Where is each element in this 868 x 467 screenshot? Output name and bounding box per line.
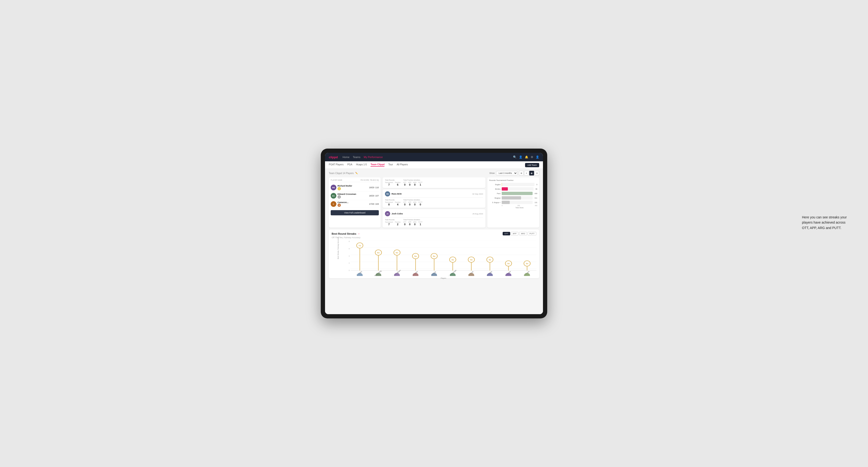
leaderboard-row[interactable]: EC Edward Crossman 2 18/20 107 bbox=[331, 192, 379, 200]
pb-score: 19/20 bbox=[369, 186, 374, 189]
y-axis-label: Best Streak, Fairway Accuracy bbox=[337, 237, 339, 259]
rank-badge: 2 bbox=[338, 195, 341, 198]
nav-teams[interactable]: Teams bbox=[353, 156, 361, 158]
bar-label-bogeys: Bogeys bbox=[489, 197, 500, 199]
tab-hcaps[interactable]: Hcaps 1-5 bbox=[356, 163, 367, 167]
period-select[interactable]: Last 3 months Last 6 months Last year bbox=[496, 171, 518, 175]
player-info: C Cameron... 3 bbox=[331, 201, 368, 207]
tablet-screen: clippd Home Teams My Performance 🔍 👤 🔔 ⚙… bbox=[325, 153, 543, 314]
chart-body: 7x E. Ebert 6x B. McHerg 6x D. Billing bbox=[350, 241, 536, 276]
table-view-btn[interactable]: ⊟ bbox=[534, 171, 539, 176]
svg-text:4x: 4x bbox=[470, 259, 473, 261]
bar-fill-birdies bbox=[502, 187, 508, 191]
arg-stat: ARG 0 bbox=[413, 221, 416, 226]
app-stat: APP 0 bbox=[408, 201, 411, 206]
bell-icon[interactable]: 🔔 bbox=[525, 155, 528, 159]
player-name: Rees Britt bbox=[392, 193, 471, 195]
bar-label-dbogeys: D. Bogeys + bbox=[489, 201, 500, 203]
tab-pga[interactable]: PGA bbox=[347, 163, 352, 167]
grid-view-btn[interactable]: ⊞ bbox=[519, 171, 524, 176]
tab-pgat-players[interactable]: PGAT Players bbox=[329, 163, 343, 167]
leaderboard-row[interactable]: C Cameron... 3 17/20 103 bbox=[331, 200, 379, 208]
bar-label-pars: Pars bbox=[489, 192, 500, 195]
leaderboard-header: PLAYER NAME PB SCORE PB AVG SQ bbox=[331, 179, 379, 182]
edit-icon[interactable]: ✏️ bbox=[355, 172, 358, 174]
player-info: RB Richard Butler 1 bbox=[331, 185, 368, 190]
player-date: 02 Sep 2023 bbox=[472, 193, 483, 195]
streak-tab-app[interactable]: APP bbox=[511, 232, 519, 236]
arg-value: 0 bbox=[414, 183, 415, 186]
ott-stat: OTT 0 bbox=[403, 182, 406, 186]
practice-stat: Practice 4 bbox=[395, 201, 400, 206]
bar-track bbox=[502, 201, 533, 204]
player-name-rank: Edward Crossman 2 bbox=[338, 193, 356, 198]
streaks-title: Best Round Streaks bbox=[332, 232, 356, 235]
rank-badge: 1 bbox=[338, 187, 341, 190]
bar-chart-area: Eagles 3 Birdies 96 bbox=[489, 183, 537, 204]
practice-stat: Practice 2 bbox=[395, 221, 400, 226]
bar-row-birdies: Birdies 96 bbox=[489, 187, 537, 191]
ott-stat: OTT 0 bbox=[403, 221, 406, 226]
nav-my-performance[interactable]: My Performance bbox=[364, 156, 383, 158]
practice-value: 6 bbox=[397, 183, 398, 186]
arrow-indicator: ← bbox=[358, 232, 361, 236]
tab-tour[interactable]: Tour bbox=[388, 163, 393, 167]
user-avatar-icon[interactable]: 👤 bbox=[536, 155, 539, 159]
streak-tab-ott[interactable]: OTT bbox=[503, 232, 510, 236]
streaks-header: Best Round Streaks ← OTT APP ARG PUTT bbox=[332, 232, 536, 236]
bar-value-pars: 499 bbox=[534, 193, 537, 194]
settings-icon[interactable]: ⚙ bbox=[531, 155, 533, 159]
bar-value-eagles: 3 bbox=[536, 184, 537, 185]
pb-score: 17/20 bbox=[369, 203, 374, 205]
profile-icon[interactable]: 👤 bbox=[519, 155, 522, 159]
search-icon[interactable]: 🔍 bbox=[513, 155, 517, 159]
svg-text:3x: 3x bbox=[526, 262, 528, 264]
svg-text:3x: 3x bbox=[507, 262, 510, 264]
rounds-group: Total Rounds Tournament 8 Practice 4 bbox=[385, 199, 401, 206]
add-team-button[interactable]: Add Team bbox=[525, 163, 539, 167]
bar-value-bogeys: 311 bbox=[534, 197, 537, 199]
card-view-btn[interactable]: ▦ bbox=[529, 171, 534, 176]
bar-row-eagles: Eagles 3 bbox=[489, 183, 537, 186]
y-tick-8: 8 bbox=[349, 241, 349, 242]
avatar: RB bbox=[331, 185, 336, 190]
list-view-btn[interactable]: ≡ bbox=[524, 171, 529, 176]
arg-stat: ARG 0 bbox=[413, 201, 416, 206]
ott-label: OTT bbox=[403, 182, 406, 183]
streak-tab-putt[interactable]: PUTT bbox=[528, 232, 536, 236]
y-axis-ticks: 8 6 4 2 0 bbox=[349, 241, 350, 271]
view-leaderboard-button[interactable]: View Full Leaderboard bbox=[331, 210, 379, 215]
player-date: 26 Aug 2023 bbox=[472, 213, 483, 215]
axis-400: 400 bbox=[535, 205, 537, 206]
rounds-group: Total Rounds Tournament 7 Practice 2 bbox=[385, 219, 401, 226]
nav-home[interactable]: Home bbox=[342, 156, 349, 158]
tournament-value: 7 bbox=[388, 183, 390, 186]
bar-track bbox=[502, 183, 534, 186]
player-name: Richard Butler bbox=[338, 185, 352, 187]
tab-all-players[interactable]: All Players bbox=[397, 163, 408, 167]
streak-tab-arg[interactable]: ARG bbox=[519, 232, 527, 236]
avatar: RB bbox=[385, 191, 390, 196]
pb-score: 18/20 bbox=[369, 195, 374, 197]
pb-avg: 107 bbox=[375, 195, 379, 197]
player-card-rees-britt[interactable]: RB Rees Britt 02 Sep 2023 Total Rounds T… bbox=[382, 189, 486, 208]
axis-200: 200 bbox=[517, 205, 520, 206]
tournament-stat: Tournament 7 bbox=[385, 221, 393, 226]
bar-track bbox=[502, 187, 533, 191]
app-logo: clippd bbox=[329, 155, 338, 159]
player-name: Josh Coles bbox=[392, 213, 471, 215]
pb-score-col-header: PB SCORE bbox=[361, 179, 369, 181]
practice-activities-label: Total Practice Activities bbox=[403, 199, 423, 201]
bar-row-dbogeys: D. Bogeys + 131 bbox=[489, 201, 537, 204]
leaderboard-row[interactable]: RB Richard Butler 1 19/20 110 bbox=[331, 184, 379, 192]
player-card-josh-coles[interactable]: JC Josh Coles 26 Aug 2023 Total Rounds T… bbox=[382, 209, 486, 228]
bar-value-birdies: 96 bbox=[535, 188, 537, 190]
tablet-device: clippd Home Teams My Performance 🔍 👤 🔔 ⚙… bbox=[321, 149, 547, 318]
tournament-stat: Tournament 7 bbox=[385, 182, 393, 186]
bar-row-bogeys: Bogeys 311 bbox=[489, 196, 537, 199]
bar-track bbox=[502, 192, 533, 195]
bar-value-dbogeys: 131 bbox=[534, 201, 537, 203]
putt-stat: PUTT 1 bbox=[418, 221, 423, 226]
tab-team-clippd[interactable]: Team Clippd bbox=[371, 163, 384, 167]
streaks-subtitle: Off The Tee, Fairway Accuracy bbox=[332, 236, 536, 239]
